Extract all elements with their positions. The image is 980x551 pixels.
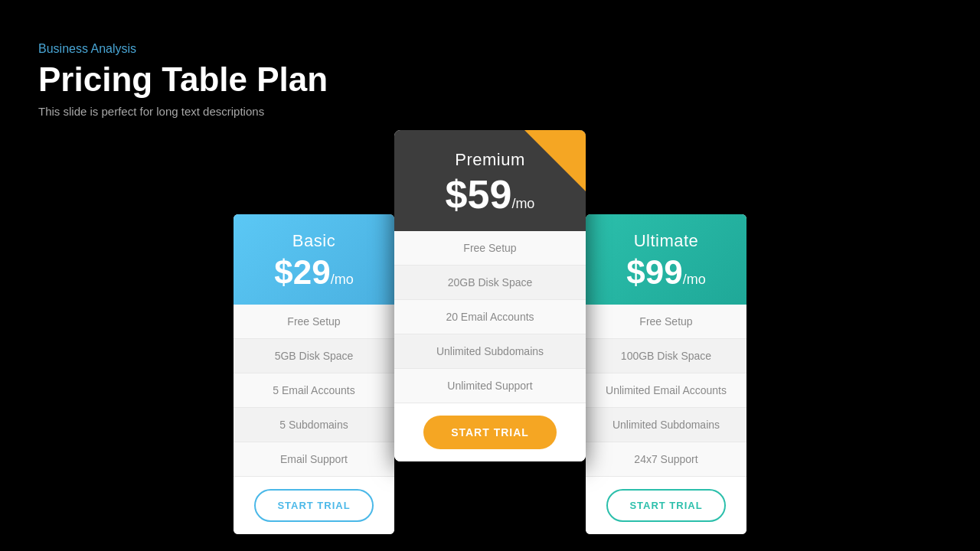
ultimate-feature-3: Unlimited Email Accounts: [586, 373, 746, 408]
basic-feature-1: Free Setup: [234, 305, 394, 339]
main-title: Pricing Table Plan: [38, 60, 328, 99]
ultimate-price-amount: $99: [626, 253, 682, 291]
premium-feature-4: Unlimited Subdomains: [394, 334, 586, 369]
basic-feature-4: 5 Subdomains: [234, 408, 394, 442]
premium-feature-1: Free Setup: [394, 231, 586, 266]
basic-card-header: Basic $29/mo: [234, 214, 394, 305]
basic-price-period: /mo: [331, 272, 354, 287]
premium-features: Free Setup 20GB Disk Space 20 Email Acco…: [394, 231, 586, 403]
basic-card-footer: START TRIAL: [234, 477, 394, 534]
premium-card-header: Premium $59/mo: [394, 130, 586, 231]
subtitle: This slide is perfect for long text desc…: [38, 105, 328, 118]
business-label: Business Analysis: [38, 42, 328, 56]
ultimate-features: Free Setup 100GB Disk Space Unlimited Em…: [586, 305, 746, 477]
premium-price-amount: $59: [446, 172, 512, 217]
ultimate-feature-2: 100GB Disk Space: [586, 339, 746, 373]
premium-card: Premium $59/mo Free Setup 20GB Disk Spac…: [394, 130, 586, 461]
basic-feature-2: 5GB Disk Space: [234, 339, 394, 373]
basic-feature-5: Email Support: [234, 442, 394, 477]
basic-plan-name: Basic: [246, 231, 382, 251]
ultimate-price-period: /mo: [683, 272, 706, 287]
premium-feature-2: 20GB Disk Space: [394, 266, 586, 300]
basic-price-amount: $29: [274, 253, 330, 291]
pricing-container: Basic $29/mo Free Setup 5GB Disk Space 5…: [234, 130, 746, 534]
premium-price-period: /mo: [511, 196, 534, 211]
ultimate-feature-4: Unlimited Subdomains: [586, 408, 746, 442]
basic-features: Free Setup 5GB Disk Space 5 Email Accoun…: [234, 305, 394, 477]
ultimate-feature-1: Free Setup: [586, 305, 746, 339]
premium-cta-button[interactable]: START TRIAL: [423, 416, 557, 449]
premium-plan-price: $59/mo: [407, 174, 573, 214]
ultimate-card-header: Ultimate $99/mo: [586, 214, 746, 305]
ultimate-cta-button[interactable]: START TRIAL: [606, 489, 725, 522]
basic-cta-button[interactable]: START TRIAL: [254, 489, 373, 522]
premium-card-footer: START TRIAL: [394, 403, 586, 461]
ultimate-feature-5: 24x7 Support: [586, 442, 746, 477]
ultimate-card-footer: START TRIAL: [586, 477, 746, 534]
premium-feature-5: Unlimited Support: [394, 369, 586, 403]
ultimate-plan-price: $99/mo: [598, 256, 734, 289]
ultimate-card: Ultimate $99/mo Free Setup 100GB Disk Sp…: [586, 214, 746, 534]
ultimate-plan-name: Ultimate: [598, 231, 734, 251]
basic-card: Basic $29/mo Free Setup 5GB Disk Space 5…: [234, 214, 394, 534]
page-header: Business Analysis Pricing Table Plan Thi…: [38, 42, 328, 118]
basic-plan-price: $29/mo: [246, 256, 382, 289]
premium-feature-3: 20 Email Accounts: [394, 300, 586, 334]
basic-feature-3: 5 Email Accounts: [234, 373, 394, 408]
